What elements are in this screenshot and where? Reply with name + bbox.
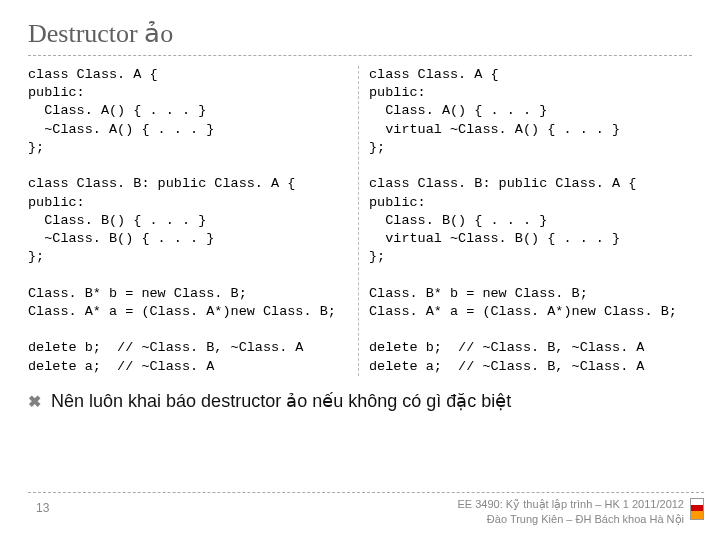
footer-text: EE 3490: Kỹ thuật lập trình – HK 1 2011/… (458, 497, 684, 526)
note-text: Nên luôn khai báo destructor ảo nếu khôn… (51, 390, 511, 412)
title-separator (28, 55, 692, 56)
code-column-left: class Class. A { public: Class. A() { . … (28, 66, 358, 376)
bullet-icon: ✖ (28, 392, 41, 411)
footer: 13 EE 3490: Kỹ thuật lập trình – HK 1 20… (28, 492, 704, 526)
footer-row: 13 EE 3490: Kỹ thuật lập trình – HK 1 20… (28, 497, 704, 526)
page-number: 13 (28, 497, 49, 515)
slide-title: Destructor ảo (28, 18, 692, 49)
footer-right: EE 3490: Kỹ thuật lập trình – HK 1 2011/… (458, 497, 704, 526)
code-column-right: class Class. A { public: Class. A() { . … (358, 66, 692, 376)
footer-separator (28, 492, 704, 493)
note-row: ✖ Nên luôn khai báo destructor ảo nếu kh… (28, 390, 692, 412)
footer-line-1: EE 3490: Kỹ thuật lập trình – HK 1 2011/… (458, 497, 684, 511)
university-logo-icon (690, 498, 704, 520)
footer-line-2: Đào Trung Kiên – ĐH Bách khoa Hà Nội (458, 512, 684, 526)
code-area: class Class. A { public: Class. A() { . … (28, 66, 692, 376)
slide: Destructor ảo class Class. A { public: C… (0, 0, 720, 540)
